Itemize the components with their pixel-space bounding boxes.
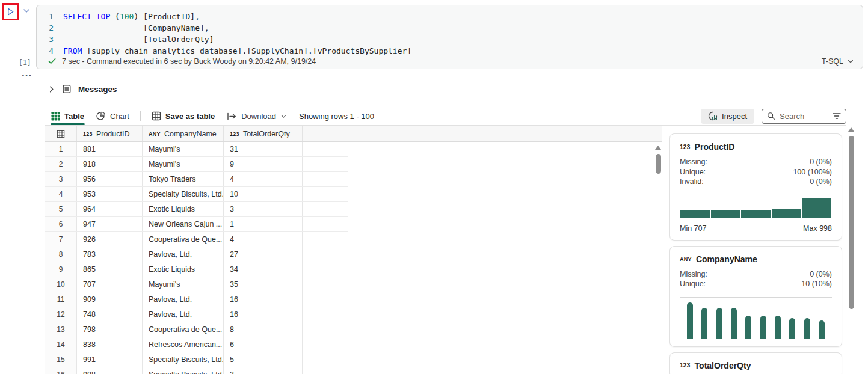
table-cell[interactable]: 6	[224, 337, 303, 352]
scroll-up-arrow-icon[interactable]	[848, 127, 854, 132]
save-as-table-button[interactable]: Save as table	[146, 107, 221, 125]
row-number-cell[interactable]: 10	[45, 277, 77, 292]
table-cell[interactable]: 953	[77, 187, 143, 201]
row-number-cell[interactable]: 13	[45, 322, 77, 337]
grid-corner-cell[interactable]	[45, 126, 77, 141]
code-editor[interactable]: 1 SELECT TOP (100) [ProductID], 2 [Compa…	[37, 5, 863, 57]
scroll-up-arrow-icon[interactable]	[655, 146, 661, 150]
panel-vertical-scrollbar[interactable]	[846, 127, 857, 374]
row-number-cell[interactable]: 9	[45, 262, 77, 277]
table-row[interactable]: 13798Cooperativa de Que...8	[45, 322, 348, 337]
row-number-cell[interactable]: 4	[45, 187, 77, 201]
table-row[interactable]: 12748Pavlova, Ltd.16	[45, 307, 348, 322]
tab-table[interactable]: Table	[45, 107, 90, 125]
table-row[interactable]: 8783Pavlova, Ltd.27	[45, 247, 348, 262]
table-cell[interactable]: Pavlova, Ltd.	[143, 247, 224, 262]
table-cell[interactable]: 8	[224, 322, 303, 337]
table-row[interactable]: 9865Exotic Liquids34	[45, 262, 348, 277]
table-cell[interactable]: Specialty Biscuits, Ltd.	[143, 352, 224, 367]
table-cell[interactable]: 783	[77, 247, 143, 262]
inspect-button[interactable]: Inspect	[701, 109, 754, 124]
code-cell[interactable]: 1 SELECT TOP (100) [ProductID], 2 [Compa…	[36, 5, 863, 69]
table-cell[interactable]: 27	[224, 247, 303, 262]
table-cell[interactable]: Cooperativa de Que...	[143, 322, 224, 337]
table-cell[interactable]: 798	[77, 322, 143, 337]
row-number-cell[interactable]: 3	[45, 172, 77, 186]
table-cell[interactable]: 838	[77, 337, 143, 352]
row-number-cell[interactable]: 1	[45, 142, 77, 156]
row-number-cell[interactable]: 15	[45, 352, 77, 367]
column-header-companyname[interactable]: ANY CompanyName	[143, 126, 224, 141]
table-cell[interactable]: 16	[224, 307, 303, 322]
table-cell[interactable]: 748	[77, 307, 143, 322]
table-cell[interactable]: Specialty Biscuits, Ltd.	[143, 187, 224, 201]
table-cell[interactable]: 947	[77, 217, 143, 231]
table-cell[interactable]: 35	[224, 277, 303, 292]
table-cell[interactable]: Specialty Biscuits, Ltd.	[143, 367, 224, 374]
scrollbar-thumb[interactable]	[656, 154, 661, 174]
table-cell[interactable]: Cooperativa de Que...	[143, 232, 224, 247]
table-cell[interactable]: 4	[224, 232, 303, 247]
table-cell[interactable]: 3	[224, 202, 303, 216]
table-cell[interactable]: 998	[77, 367, 143, 374]
table-cell[interactable]: 4	[224, 172, 303, 186]
grid-vertical-scrollbar[interactable]	[654, 146, 662, 174]
table-cell[interactable]: Mayumi's	[143, 157, 224, 171]
cell-collapse-chevron[interactable]	[22, 7, 31, 15]
table-row[interactable]: 16998Specialty Biscuits, Ltd.3	[45, 367, 348, 374]
table-row[interactable]: 5964Exotic Liquids3	[45, 202, 348, 217]
kernel-selector[interactable]: T-SQL	[822, 57, 854, 66]
table-cell[interactable]: 991	[77, 352, 143, 367]
search-input[interactable]	[780, 112, 828, 121]
table-cell[interactable]: 31	[224, 142, 303, 156]
row-number-cell[interactable]: 7	[45, 232, 77, 247]
table-cell[interactable]: New Orleans Cajun ...	[143, 217, 224, 231]
table-row[interactable]: 14838Refrescos American...6	[45, 337, 348, 352]
row-number-cell[interactable]: 2	[45, 157, 77, 171]
table-cell[interactable]: 918	[77, 157, 143, 171]
table-cell[interactable]: 34	[224, 262, 303, 277]
table-cell[interactable]: 1	[224, 217, 303, 231]
row-number-cell[interactable]: 6	[45, 217, 77, 231]
search-box[interactable]	[762, 109, 846, 124]
table-row[interactable]: 1881Mayumi's31	[45, 142, 348, 157]
table-row[interactable]: 3956Tokyo Traders4	[45, 172, 348, 187]
table-cell[interactable]: 956	[77, 172, 143, 186]
table-row[interactable]: 7926Cooperativa de Que...4	[45, 232, 348, 247]
table-cell[interactable]: 10	[224, 187, 303, 201]
table-cell[interactable]: 9	[224, 157, 303, 171]
row-number-cell[interactable]: 14	[45, 337, 77, 352]
table-cell[interactable]: Mayumi's	[143, 277, 224, 292]
table-cell[interactable]: 707	[77, 277, 143, 292]
table-cell[interactable]: 926	[77, 232, 143, 247]
messages-section-header[interactable]: Messages	[48, 84, 117, 94]
table-cell[interactable]: Mayumi's	[143, 142, 224, 156]
table-cell[interactable]: Pavlova, Ltd.	[143, 292, 224, 307]
table-cell[interactable]: 16	[224, 292, 303, 307]
table-cell[interactable]: 881	[77, 142, 143, 156]
table-cell[interactable]: Exotic Liquids	[143, 202, 224, 216]
row-number-cell[interactable]: 16	[45, 367, 77, 374]
table-cell[interactable]: 3	[224, 367, 303, 374]
table-row[interactable]: 2918Mayumi's9	[45, 157, 348, 172]
tab-chart[interactable]: Chart	[90, 107, 135, 125]
table-row[interactable]: 10707Mayumi's35	[45, 277, 348, 292]
table-cell[interactable]: Tokyo Traders	[143, 172, 224, 186]
table-cell[interactable]: Refrescos American...	[143, 337, 224, 352]
scrollbar-thumb[interactable]	[849, 136, 854, 309]
table-cell[interactable]: 865	[77, 262, 143, 277]
cell-overflow-menu[interactable]: ...	[22, 67, 32, 79]
table-cell[interactable]: Pavlova, Ltd.	[143, 307, 224, 322]
row-number-cell[interactable]: 8	[45, 247, 77, 262]
table-cell[interactable]: Exotic Liquids	[143, 262, 224, 277]
table-cell[interactable]: 964	[77, 202, 143, 216]
row-number-cell[interactable]: 5	[45, 202, 77, 216]
column-header-totalorderqty[interactable]: 123 TotalOrderQty	[224, 126, 303, 141]
run-cell-button[interactable]	[6, 7, 15, 16]
table-row[interactable]: 15991Specialty Biscuits, Ltd.5	[45, 352, 348, 367]
table-row[interactable]: 6947New Orleans Cajun ...1	[45, 217, 348, 232]
table-row[interactable]: 4953Specialty Biscuits, Ltd.10	[45, 187, 348, 202]
table-cell[interactable]: 909	[77, 292, 143, 307]
row-number-cell[interactable]: 11	[45, 292, 77, 307]
download-button[interactable]: Download	[221, 107, 293, 125]
